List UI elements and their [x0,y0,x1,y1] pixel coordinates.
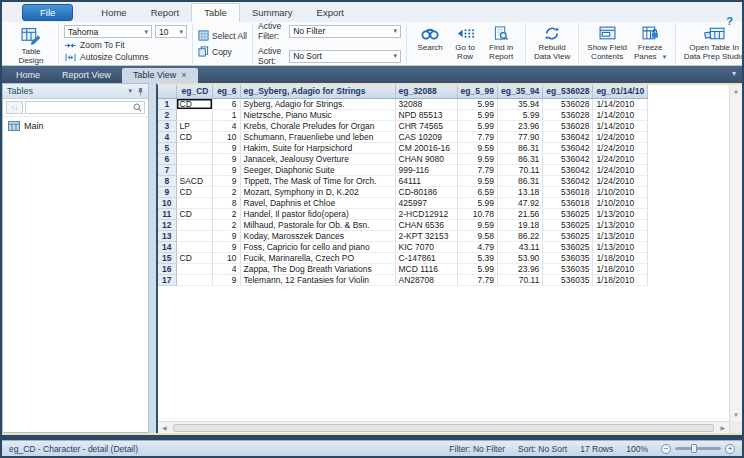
panel-splitter[interactable] [149,83,156,433]
table-cell[interactable]: 9 [212,153,240,164]
table-cell[interactable]: 999-116 [395,164,457,175]
table-cell[interactable]: 1/13/2010 [593,208,648,219]
row-number[interactable]: 10 [158,197,176,208]
table-cell[interactable]: 536035 [543,252,593,263]
table-cell[interactable]: 1/24/2010 [593,164,648,175]
table-cell[interactable]: 86.31 [498,175,543,186]
table-cell[interactable]: C-147861 [395,252,457,263]
table-cell[interactable]: 21.56 [498,208,543,219]
table-cell[interactable]: 536018 [543,186,593,197]
table-cell[interactable]: 536042 [543,153,593,164]
column-header[interactable]: eg_CD [176,85,212,98]
table-cell[interactable]: 9.59 [457,153,498,164]
table-cell[interactable]: 536042 [543,175,593,186]
table-cell[interactable]: Zappa, The Dog Breath Variations [240,263,395,274]
table-cell[interactable]: 5.99 [457,109,498,120]
sidebar-item-main[interactable]: Main [8,121,143,131]
table-cell[interactable]: 47.92 [498,197,543,208]
table-cell[interactable]: 19.18 [498,219,543,230]
scroll-down-icon[interactable]: ▼ [733,409,739,421]
search-button[interactable]: Search [412,23,448,64]
table-cell[interactable]: Krebs, Chorale Preludes for Organ [240,120,395,131]
table-cell[interactable]: CHAN 6536 [395,219,457,230]
table-cell[interactable]: 8 [212,197,240,208]
table-cell[interactable] [176,197,212,208]
table-cell[interactable]: Syberg, Adagio for Strings. [240,98,395,109]
table-cell[interactable]: 5.39 [457,252,498,263]
table-cell[interactable]: CHAN 9080 [395,153,457,164]
table-cell[interactable]: 536028 [543,98,593,109]
table-cell[interactable]: 1/13/2010 [593,241,648,252]
zoom-out-button[interactable]: − [661,444,671,454]
table-cell[interactable]: Handel, Il pastor fido(opera) [240,208,395,219]
table-cell[interactable]: 1/24/2010 [593,153,648,164]
ribbon-tab-file[interactable]: File [22,4,73,21]
table-cell[interactable]: 2 [212,208,240,219]
table-cell[interactable]: 23.96 [498,263,543,274]
table-cell[interactable]: Mozart, Symphony in D, K.202 [240,186,395,197]
find-in-report-button[interactable]: Find in Report [482,23,520,64]
column-header[interactable]: eg_5_99 [457,85,498,98]
table-cell[interactable]: MCD 1116 [395,263,457,274]
column-header[interactable]: eg_35_94 [498,85,543,98]
table-cell[interactable]: 4 [212,263,240,274]
table-cell[interactable]: 7.79 [457,164,498,175]
table-cell[interactable] [176,142,212,153]
table-cell[interactable]: 70.11 [498,274,543,285]
table-cell[interactable]: Tippett, The Mask of Time for Orch. [240,175,395,186]
table-cell[interactable]: 536028 [543,120,593,131]
table-cell[interactable]: 2-HCD12912 [395,208,457,219]
table-cell[interactable]: 2-KPT 32153 [395,230,457,241]
table-cell[interactable]: CD [176,131,212,142]
table-cell[interactable]: CD [176,186,212,197]
table-cell[interactable]: 9.59 [457,175,498,186]
table-cell[interactable]: 7.79 [457,274,498,285]
table-cell[interactable]: 1/24/2010 [593,142,648,153]
zoom-in-button[interactable]: + [725,444,735,454]
table-cell[interactable]: 77.90 [498,131,543,142]
row-number[interactable]: 1 [158,98,176,109]
table-cell[interactable]: CHR 74565 [395,120,457,131]
table-cell[interactable]: 7.79 [457,131,498,142]
freeze-panes-button[interactable]: Freeze Panes ▾ [630,23,670,64]
table-cell[interactable]: 536042 [543,131,593,142]
table-cell[interactable]: NPD 85513 [395,109,457,120]
table-cell[interactable]: CD-80186 [395,186,457,197]
vertical-scrollbar[interactable]: ▲ ▼ [729,85,742,421]
sort-toggle-button[interactable]: ↑↓ [6,101,23,114]
table-cell[interactable]: Telemann, 12 Fantasies for Violin [240,274,395,285]
table-cell[interactable]: 1/13/2010 [593,230,648,241]
table-cell[interactable]: 35.94 [498,98,543,109]
table-cell[interactable]: 536018 [543,197,593,208]
table-cell[interactable]: 4.79 [457,241,498,252]
show-field-contents-button[interactable]: Show Field Contents [584,23,630,64]
table-cell[interactable]: 9 [212,241,240,252]
table-cell[interactable]: 536025 [543,219,593,230]
table-cell[interactable] [176,153,212,164]
table-cell[interactable]: 1/14/2010 [593,109,648,120]
rebuild-data-view-button[interactable]: Rebuild Data View [531,23,573,64]
table-cell[interactable]: 53.90 [498,252,543,263]
table-cell[interactable]: Koday, Marosszek Dances [240,230,395,241]
table-cell[interactable]: 1/24/2010 [593,131,648,142]
table-cell[interactable]: 1/14/2010 [593,120,648,131]
table-cell[interactable]: 536042 [543,142,593,153]
scroll-up-icon[interactable]: ▲ [733,85,739,97]
row-number[interactable]: 6 [158,153,176,164]
table-cell[interactable] [176,230,212,241]
table-cell[interactable]: 425997 [395,197,457,208]
table-cell[interactable] [176,109,212,120]
table-cell[interactable]: 2 [212,219,240,230]
open-table-data-prep-button[interactable]: Open Table In Data Prep Studio [681,23,744,64]
doc-tab-report-view[interactable]: Report View [51,68,122,83]
table-cell[interactable]: 1/18/2010 [593,252,648,263]
table-cell[interactable]: CAS 10209 [395,131,457,142]
table-cell[interactable]: 9 [212,274,240,285]
column-header[interactable]: eg_32088 [395,85,457,98]
table-cell[interactable]: 10 [212,252,240,263]
doc-tab-home[interactable]: Home [5,68,51,83]
table-cell[interactable]: 536035 [543,274,593,285]
table-cell[interactable]: 9.59 [457,219,498,230]
row-number[interactable]: 17 [158,274,176,285]
table-cell[interactable]: Milhaud, Pastorale for Ob. & Bsn. [240,219,395,230]
